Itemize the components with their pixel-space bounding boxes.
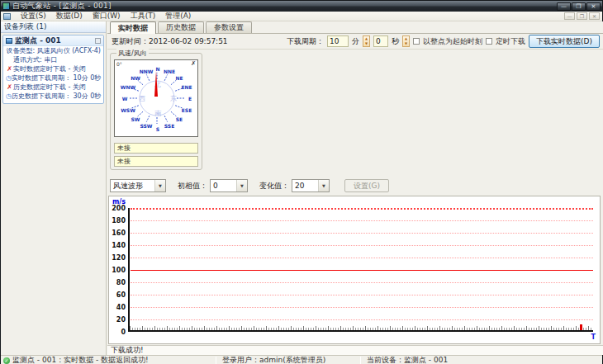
- dir-se: SE: [176, 116, 183, 122]
- download-controls: 下载周期： 10 分 ▲▼ 0 秒 ▲▼ 以整点为起始时刻 定时下载 下载实时数…: [287, 35, 600, 48]
- gridline-120: [131, 258, 593, 258]
- current-device: 当前设备：监测点 - 001: [367, 356, 448, 364]
- x-mark-icon: ✗: [6, 83, 13, 91]
- device-list-header: 设备列表 (1): [1, 21, 106, 33]
- tab-history-data[interactable]: 历史数据: [158, 21, 204, 33]
- dir-nne: NNE: [164, 69, 175, 74]
- wind-groupbox: 风速/风向 0° ✗ N NNE NE ENE E ESE SE SSE S S…: [110, 53, 202, 170]
- chart-x-axis-label: T: [591, 333, 596, 341]
- dir-ssw: SSW: [140, 123, 153, 129]
- menu-tools[interactable]: 工具(T): [126, 11, 161, 21]
- device-info-realtime-timer: ✗ 实时数据定时下载 - 关闭: [3, 64, 103, 73]
- dir-sw: SW: [131, 116, 140, 122]
- gridline-60: [131, 295, 593, 295]
- app-icon: [2, 2, 10, 10]
- seconds-input[interactable]: 0: [373, 35, 388, 47]
- mdi-close-button[interactable]: ✕: [589, 12, 600, 20]
- set-button[interactable]: 设置(G): [344, 179, 389, 192]
- wind-direction-field: 未接: [114, 156, 198, 167]
- mdi-minimize-button[interactable]: —: [564, 12, 575, 20]
- initial-value-select[interactable]: 0 ▼: [210, 179, 248, 192]
- log-bar: 下载成功!: [107, 345, 603, 355]
- clock-icon: ◷: [6, 92, 12, 100]
- x-axis-ruler: [130, 326, 593, 330]
- compass-south-cn: 南: [154, 109, 161, 118]
- dir-ene: ENE: [181, 84, 192, 90]
- minutes-input[interactable]: 10: [327, 35, 349, 47]
- timed-download-label: 定时下载: [496, 36, 525, 47]
- pin-icon[interactable]: [95, 38, 101, 44]
- minimize-button[interactable]: —: [557, 2, 571, 11]
- gridline-100: [131, 270, 593, 271]
- chevron-down-icon: ▼: [318, 180, 329, 191]
- y-tick-label: 20: [110, 316, 126, 324]
- align-hour-checkbox[interactable]: [413, 38, 420, 45]
- clock-icon: ◷: [6, 74, 12, 82]
- x-mark-icon: ✗: [6, 65, 13, 73]
- gridline-180: [131, 220, 593, 221]
- compass-status-icon: ✗: [191, 60, 196, 67]
- gridline-40: [131, 307, 593, 308]
- dir-w: W: [122, 96, 128, 102]
- menu-settings[interactable]: 设置(S): [16, 11, 51, 21]
- seconds-stepper[interactable]: ▲▼: [402, 35, 410, 47]
- seconds-unit-label: 秒: [392, 36, 399, 47]
- y-tick-label: 160: [110, 229, 126, 237]
- dir-wsw: WSW: [121, 107, 135, 113]
- download-realtime-button[interactable]: 下载实时数据(D): [529, 35, 600, 48]
- close-button[interactable]: ✕: [586, 2, 601, 11]
- menu-admin[interactable]: 管理(A): [160, 11, 196, 21]
- dir-sse: SSE: [164, 123, 174, 129]
- y-tick-label: 140: [110, 242, 126, 249]
- initial-value-label: 初相值：: [178, 181, 207, 191]
- dir-e: E: [188, 96, 192, 102]
- mdi-restore-button[interactable]: ❐: [577, 12, 587, 20]
- app-window: 自动气象站 - [监测点 - 001] — ❐ ✕ 设置(S) 数据(D) 窗口…: [0, 0, 603, 364]
- change-value-select[interactable]: 20 ▼: [292, 179, 330, 192]
- chevron-down-icon: ▼: [236, 180, 247, 191]
- device-panel[interactable]: 监测点 - 001 设备类型: 风速风向仪 (ACFX-4) 通讯方式: 串口 …: [2, 35, 104, 104]
- maximize-button[interactable]: ❐: [572, 2, 586, 11]
- status-message: 监测点 - 001：实时数据 - 数据返回成功!: [12, 356, 149, 364]
- wind-speed-chart: m/s 200180160140120100806040200 T: [108, 196, 601, 344]
- dir-nw: NW: [131, 75, 140, 81]
- y-tick-label: 120: [110, 254, 126, 262]
- gridline-160: [131, 233, 593, 234]
- tab-strip: 实时数据 历史数据 参数设置: [107, 21, 603, 34]
- tab-realtime-data[interactable]: 实时数据: [110, 21, 156, 34]
- update-time-label: 更新时间：: [112, 36, 149, 47]
- dir-nnw: NNW: [140, 69, 154, 74]
- gridline-140: [131, 245, 593, 246]
- y-tick-label: 60: [110, 291, 126, 299]
- success-check-icon: ✓: [3, 357, 10, 364]
- device-info-type: 设备类型: 风速风向仪 (ACFX-4): [3, 46, 103, 55]
- device-panel-header[interactable]: 监测点 - 001: [3, 35, 103, 46]
- device-panel-title: 监测点 - 001: [15, 35, 61, 46]
- login-user: 登录用户：admin(系统管理员): [222, 356, 325, 364]
- status-divider: [360, 357, 361, 364]
- device-info-realtime-period: ◷ 实时数据下载周期： 10分 0秒: [3, 73, 103, 83]
- change-value-label: 变化值：: [259, 181, 289, 191]
- compass-needle: [154, 71, 158, 97]
- align-hour-label: 以整点为起始时刻: [423, 36, 482, 47]
- wind-group-label: 风速/风向: [116, 49, 149, 58]
- y-tick-label: 40: [110, 304, 126, 311]
- gridline-80: [131, 282, 593, 283]
- status-divider: [216, 357, 216, 364]
- timed-download-checkbox[interactable]: [486, 38, 492, 45]
- dir-ese: ESE: [182, 107, 192, 113]
- minutes-unit-label: 分: [352, 36, 359, 47]
- minutes-stepper[interactable]: ▲▼: [363, 35, 370, 47]
- menu-window[interactable]: 窗口(W): [88, 11, 126, 21]
- tab-parameter-settings[interactable]: 参数设置: [206, 21, 252, 33]
- mdi-child-icon: [3, 13, 11, 20]
- menu-data[interactable]: 数据(D): [51, 11, 88, 21]
- dir-ne: NE: [175, 75, 183, 81]
- y-tick-label: 200: [110, 205, 126, 212]
- waveform-type-select[interactable]: 风速波形 ▼: [110, 179, 166, 192]
- chart-cursor-marker: [580, 324, 582, 330]
- realtime-content: 风速/风向 0° ✗ N NNE NE ENE E ESE SE SSE S S…: [107, 50, 603, 345]
- gridline-20: [131, 319, 593, 320]
- device-info-history-period: ◷ 历史数据下载周期： 30分 0秒: [3, 92, 103, 101]
- device-info-comm: 通讯方式: 串口: [3, 55, 103, 64]
